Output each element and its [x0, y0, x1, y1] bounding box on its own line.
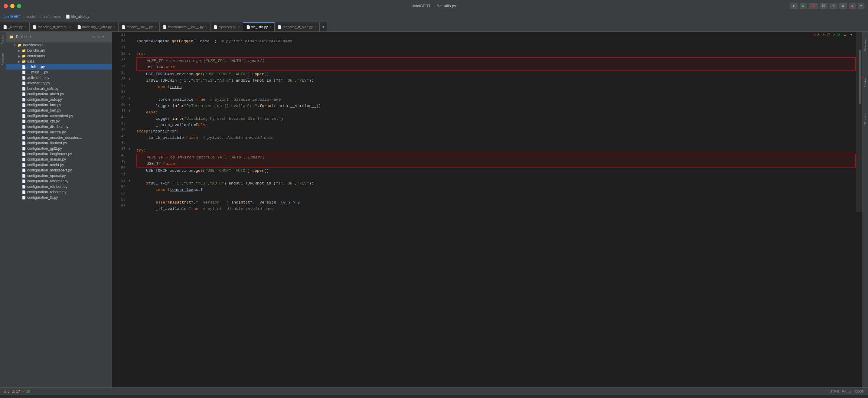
- tree-folder-benchmark[interactable]: ▶ 📁 benchmark: [6, 48, 112, 53]
- tab-pipelines-close[interactable]: ×: [238, 25, 240, 29]
- tree-file-benchmark-utils[interactable]: 📄 benchmark_utils.py: [6, 86, 112, 91]
- tree-file-config-marian[interactable]: 📄 configuration_marian.py: [6, 157, 112, 162]
- tree-file-init[interactable]: 📄 __init__.py: [6, 64, 112, 69]
- close-button[interactable]: [4, 4, 8, 8]
- maximize-button[interactable]: [17, 4, 21, 8]
- minimize-panel-icon[interactable]: —: [106, 34, 108, 40]
- minimize-button[interactable]: [10, 4, 14, 8]
- tab-more-button[interactable]: ▼: [320, 22, 327, 31]
- tab-modeling-tf-bert-label: 📄 modeling_tf_bert.py: [33, 25, 67, 29]
- tab-model-init-close[interactable]: ×: [155, 25, 156, 29]
- tree-file-config-albert[interactable]: 📄 configuration_albert.py: [6, 91, 112, 97]
- project-header: 📁 Project ▼ ⊕ ≡ ⚙ —: [6, 32, 112, 42]
- tab-modeling-tf-auto-label: 📄 modeling_tf_auto.py: [278, 25, 313, 29]
- tree-file-config-mmbt[interactable]: 📄 configuration_mmbt.py: [6, 162, 112, 167]
- editor-area[interactable]: ⚠ 3 ⚠ 17 ✓ 28 ▲ ▼ 29 30 31 32 33 34 35 3…: [112, 32, 862, 388]
- structure-label[interactable]: Structure: [1, 53, 4, 66]
- run-button[interactable]: ▶: [800, 3, 807, 9]
- editor-alerts: ⚠ 3 ⚠ 17 ✓ 28 ▲ ▼: [813, 33, 853, 37]
- project-label[interactable]: Project: [1, 35, 4, 44]
- tree-file-main[interactable]: 📄 __main__.py: [6, 69, 112, 75]
- tree-folder-commands-label: commands: [27, 54, 45, 58]
- tree-file-config-longformer[interactable]: 📄 configuration_longformer.py: [6, 151, 112, 157]
- tab-modeling-tf-utils-close[interactable]: ×: [114, 25, 115, 29]
- tree-file-config-gpt2-label: configuration_gpt2.py: [27, 146, 62, 151]
- tab-model-init[interactable]: 📄 model/__init__.py ×: [119, 22, 160, 31]
- breadcrumb-sep-3: ›: [63, 14, 64, 19]
- tree-file-config-gpt2[interactable]: 📄 configuration_gpt2.py: [6, 146, 112, 151]
- tree-folder-benchmark-label: benchmark: [27, 49, 45, 53]
- warning-badge: ⚠ 17: [822, 33, 830, 37]
- tree-file-config-distilbert-label: configuration_distilbert.py: [27, 125, 68, 129]
- collapse-icon[interactable]: ≡: [97, 34, 100, 40]
- structure-side-label[interactable]: Structure: [864, 114, 867, 125]
- stop-button[interactable]: ■: [849, 3, 856, 9]
- tree-file-config-mobilebert[interactable]: 📄 configuration_mobilebert.py: [6, 167, 112, 173]
- tab-albert-close[interactable]: ×: [25, 25, 26, 29]
- tree-file-config-openai-label: configuration_openai.py: [27, 174, 66, 178]
- tab-transformers-init-close[interactable]: ×: [205, 25, 207, 29]
- tab-albert[interactable]: 📄 _albert.py ×: [0, 22, 30, 31]
- project-title: Project: [16, 35, 27, 39]
- tree-file-another-try[interactable]: 📄 another_try.py: [6, 81, 112, 86]
- profile-button[interactable]: ⏱: [829, 3, 837, 9]
- code-line-56: _tf_available = True # pylint: disable=i…: [136, 206, 856, 212]
- tree-folder-data[interactable]: ▶ 📁 data: [6, 59, 112, 64]
- breadcrumb-item-3[interactable]: transformers: [40, 14, 61, 19]
- tree-folder-transformers[interactable]: ▼ 📁 transformers: [6, 42, 112, 48]
- tab-modeling-tf-bert[interactable]: 📄 modeling_tf_bert.py ×: [30, 22, 74, 31]
- tree-file-activations[interactable]: 📄 activations.py: [6, 75, 112, 81]
- code-line-42: logger.info("Disabling PyTorch because U…: [136, 116, 856, 122]
- tree-file-config-marian-label: configuration_marian.py: [27, 157, 66, 161]
- run-config-dropdown[interactable]: ▼: [790, 3, 798, 9]
- tree-folder-transformers-label: transformers: [23, 43, 43, 47]
- tree-file-config-electra[interactable]: 📄 configuration_electra.py: [6, 129, 112, 135]
- scroll-down-icon[interactable]: ▼: [849, 33, 853, 37]
- tab-modeling-tf-auto[interactable]: 📄 modeling_tf_auto.py ×: [275, 22, 320, 31]
- tree-file-config-ctrl[interactable]: 📄 configuration_ctrl.py: [6, 119, 112, 124]
- tab-transformers-init[interactable]: 📄 transformers/__init__.py ×: [160, 22, 211, 31]
- code-container: 29 30 31 32 33 34 35 36 37 38 39 40 41 4…: [112, 32, 862, 212]
- breadcrumb-sep-2: ›: [37, 14, 39, 19]
- tree-file-config-flaubert[interactable]: 📄 configuration_flaubert.py: [6, 140, 112, 146]
- debug-button[interactable]: 🐞: [809, 3, 818, 9]
- tree-file-config-distilbert[interactable]: 📄 configuration_distilbert.py: [6, 124, 112, 129]
- tree-file-config-t5[interactable]: 📄 configuration_t5.py: [6, 195, 112, 200]
- tree-file-config-mobilebert-label: configuration_mobilebert.py: [27, 168, 72, 173]
- tree-file-config-bert[interactable]: 📄 configuration_bert.py: [6, 108, 112, 113]
- tab-pipelines[interactable]: 📄 pipelines.py ×: [211, 22, 243, 31]
- tree-file-config-openai[interactable]: 📄 configuration_openai.py: [6, 173, 112, 178]
- tab-file-utils-close[interactable]: ×: [270, 25, 271, 29]
- code-line-39: _torch_available = True # pylint: disabl…: [136, 96, 856, 103]
- tree-file-config-electra-label: configuration_electra.py: [27, 130, 66, 134]
- tree-file-config-auto[interactable]: 📄 configuration_auto.py: [6, 97, 112, 102]
- code-line-48: #USE_TF = os.environ.get("USE_TF", "AUTO…: [137, 154, 855, 161]
- tree-file-config-camembert[interactable]: 📄 configuration_camembert.py: [6, 113, 112, 119]
- tree-file-config-bart[interactable]: 📄 configuration_bart.py: [6, 102, 112, 108]
- tree-file-config-auto-label: configuration_auto.py: [27, 97, 62, 102]
- breadcrumb-item-1[interactable]: JointBERT: [4, 14, 21, 19]
- tree-file-config-retribert[interactable]: 📄 configuration_retribert.py: [6, 184, 112, 189]
- error-badge: ⚠ 3: [813, 33, 819, 37]
- scroll-up-icon[interactable]: ▲: [843, 33, 846, 37]
- traffic-lights[interactable]: [4, 4, 21, 8]
- database-label[interactable]: Database: [864, 39, 867, 51]
- breadcrumb-item-2[interactable]: model: [26, 14, 36, 19]
- code-line-35: USE_TORCH = os.environ.get("USE_TORCH", …: [136, 71, 856, 78]
- tree-file-config-reformer[interactable]: 📄 configuration_reformer.py: [6, 178, 112, 184]
- more-button[interactable]: ≡: [858, 3, 864, 9]
- tree-folder-commands[interactable]: ▶ 📁 commands: [6, 53, 112, 59]
- minimap-scrollbar[interactable]: [856, 32, 862, 212]
- sciview-label[interactable]: SciView: [864, 78, 867, 87]
- tree-file-config-encoder-decoder[interactable]: 📄 configuration_encoder_decoder....: [6, 135, 112, 140]
- locate-icon[interactable]: ⊕: [93, 34, 95, 40]
- tab-modeling-tf-utils[interactable]: 📄 modeling_tf_utils.py ×: [74, 22, 119, 31]
- tab-modeling-tf-bert-close[interactable]: ×: [69, 25, 71, 29]
- coverage-button[interactable]: ☑: [819, 3, 828, 9]
- settings-icon[interactable]: ⚙: [102, 34, 104, 40]
- settings-button[interactable]: ⚙: [839, 3, 847, 9]
- red-highlight-region-2: #USE_TF = os.environ.get("USE_TF", "AUTO…: [136, 154, 856, 167]
- tab-modeling-tf-auto-close[interactable]: ×: [314, 25, 316, 29]
- tab-file-utils[interactable]: 📄 file_utils.py ×: [243, 22, 275, 31]
- tree-file-config-roberta[interactable]: 📄 configuration_roberta.py: [6, 189, 112, 195]
